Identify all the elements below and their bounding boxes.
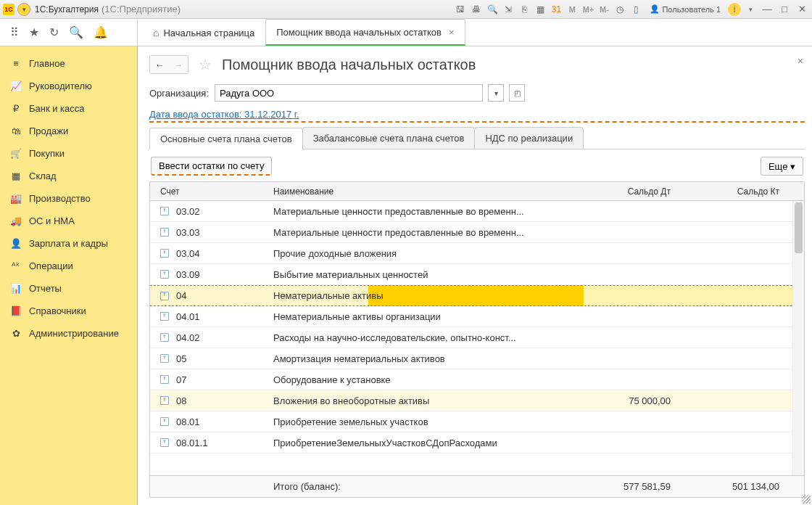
footer-debit: 577 581,59 — [564, 481, 684, 492]
clock-icon[interactable]: ◷ — [613, 3, 626, 16]
table-row[interactable]: ᵀ03.03Материальные ценности предоставлен… — [150, 222, 792, 243]
table-row[interactable]: ᵀ04Нематериальные активы — [150, 285, 792, 306]
close-page-button[interactable]: × — [798, 55, 803, 67]
sidebar-label: Продажи — [29, 126, 68, 136]
row-account: 04.01 — [176, 311, 266, 322]
org-dropdown[interactable]: ▾ — [488, 84, 504, 102]
save-icon[interactable]: 🖫 — [454, 3, 467, 16]
resize-handle[interactable] — [802, 495, 811, 504]
sidebar-item-9[interactable]: ᴬᵏОперации — [0, 255, 137, 277]
tab-close-icon[interactable]: × — [449, 27, 455, 38]
table-row[interactable]: ᵀ03.02Материальные ценности предоставлен… — [150, 201, 792, 222]
sidebar-item-6[interactable]: 🏭Производство — [0, 187, 137, 210]
row-name: ПриобретениеЗемельныхУчастковСДопРасхода… — [266, 438, 564, 448]
apps-icon[interactable]: ⠿ — [10, 25, 19, 39]
date-link[interactable]: Дата ввода остатков: 31.12.2017 г. — [149, 109, 805, 123]
table-row[interactable]: ᵀ04.01Нематериальные активы организации — [150, 306, 792, 327]
row-account: 05 — [176, 353, 266, 364]
row-account: 08.01.1 — [176, 438, 266, 448]
scrollbar[interactable] — [792, 201, 804, 475]
quick-tools: ⠿ ★ ↻ 🔍 🔔 — [0, 19, 138, 46]
sidebar-icon: 👤 — [10, 238, 22, 249]
tab-home[interactable]: ⌂ Начальная страница — [142, 19, 265, 46]
tab-assistant[interactable]: Помощник ввода начальных остатков × — [265, 19, 465, 46]
org-open[interactable]: ◰ — [509, 84, 525, 102]
row-account: 04.02 — [176, 332, 266, 343]
copy-icon[interactable]: ⎘ — [518, 3, 531, 16]
history-icon[interactable]: ↻ — [49, 25, 59, 39]
col-name[interactable]: Наименование — [266, 186, 564, 197]
sidebar-item-1[interactable]: 📈Руководителю — [0, 75, 137, 97]
favorite-icon[interactable]: ★ — [29, 25, 39, 39]
user-label[interactable]: 👤Пользователь 1 — [650, 4, 721, 14]
preview-icon[interactable]: 🔍 — [486, 3, 499, 16]
sidebar-item-10[interactable]: 📊Отчеты — [0, 277, 137, 300]
sidebar-icon: 🏭 — [10, 193, 22, 204]
sidebar-item-8[interactable]: 👤Зарплата и кадры — [0, 232, 137, 255]
footer-label: Итого (баланс): — [266, 481, 564, 492]
date-icon[interactable]: 31 — [550, 3, 563, 16]
col-debit[interactable]: Сальдо Дт — [564, 186, 684, 197]
page-title: Помощник ввода начальных остатков — [222, 57, 476, 73]
main-tabs: ⌂ Начальная страница Помощник ввода нача… — [138, 19, 812, 46]
more-button[interactable]: Еще ▾ — [761, 157, 803, 176]
notifications-icon[interactable]: 🔔 — [94, 25, 108, 39]
enter-balances-button[interactable]: Ввести остатки по счету — [151, 157, 272, 176]
sidebar-item-7[interactable]: 🚚ОС и НМА — [0, 210, 137, 232]
sidebar-item-0[interactable]: ≡Главное — [0, 52, 137, 75]
sub-tab-offbalance[interactable]: Забалансовые счета плана счетов — [302, 127, 476, 149]
sub-tab-vat[interactable]: НДС по реализации — [474, 127, 584, 149]
app-menu-dropdown[interactable]: ▾ — [17, 3, 30, 16]
sidebar-item-12[interactable]: ✿Администрирование — [0, 322, 137, 345]
table-row[interactable]: ᵀ05Амортизация нематериальных активов — [150, 348, 792, 369]
row-name: Амортизация нематериальных активов — [266, 353, 564, 364]
calendar-icon[interactable]: ▦ — [534, 3, 547, 16]
favorite-star[interactable]: ☆ — [199, 56, 212, 73]
compare-icon[interactable]: ⇲ — [502, 3, 515, 16]
search-icon[interactable]: 🔍 — [69, 25, 83, 39]
table-row[interactable]: ᵀ07Оборудование к установке — [150, 369, 792, 390]
table-row[interactable]: ᵀ03.09Выбытие материальных ценностей — [150, 264, 792, 285]
row-icon: ᵀ — [160, 396, 169, 405]
col-credit[interactable]: Сальдо Кт — [684, 186, 792, 197]
table-row[interactable]: ᵀ04.02Расходы на научно-исследовательски… — [150, 327, 792, 348]
sidebar-label: Покупки — [29, 148, 65, 159]
org-input[interactable] — [215, 84, 483, 102]
memory-mplus[interactable]: M+ — [581, 3, 594, 16]
sidebar-icon: 📕 — [10, 305, 22, 316]
sub-tab-main[interactable]: Основные счета плана счетов — [149, 128, 303, 149]
memory-m[interactable]: M — [566, 3, 579, 16]
minimize-button[interactable]: — — [760, 4, 774, 15]
close-button[interactable]: ✕ — [795, 4, 809, 15]
table-row[interactable]: ᵀ08Вложения во внеоборотные активы75 000… — [150, 390, 792, 411]
sidebar-item-4[interactable]: 🛒Покупки — [0, 142, 137, 165]
memory-mminus[interactable]: M- — [597, 3, 610, 16]
table-row[interactable]: ᵀ08.01Приобретение земельных участков — [150, 411, 792, 432]
accounts-table: Счет Наименование Сальдо Дт Сальдо Кт ᵀ0… — [149, 181, 805, 498]
nav-forward[interactable]: → — [169, 56, 188, 73]
col-account[interactable]: Счет — [150, 186, 266, 197]
info-dropdown[interactable]: ▾ — [744, 3, 757, 16]
sidebar-item-11[interactable]: 📕Справочники — [0, 300, 137, 322]
table-row[interactable]: ᵀ03.04Прочие доходные вложения — [150, 243, 792, 264]
maximize-button[interactable]: □ — [777, 4, 792, 15]
table-row[interactable]: ᵀ08.01.1ПриобретениеЗемельныхУчастковСДо… — [150, 432, 792, 453]
sidebar-item-3[interactable]: 🛍Продажи — [0, 120, 137, 142]
sidebar-item-5[interactable]: ▦Склад — [0, 165, 137, 187]
row-account: 03.02 — [176, 206, 266, 217]
sidebar-icon: 🚚 — [10, 215, 22, 226]
nav-back[interactable]: ← — [150, 56, 169, 73]
row-account: 03.09 — [176, 269, 266, 280]
app-icon: 1C — [3, 4, 14, 15]
sidebar-item-2[interactable]: ₽Банк и касса — [0, 97, 137, 120]
row-account: 08 — [176, 395, 266, 406]
row-icon: ᵀ — [160, 312, 169, 321]
table-footer: Итого (баланс): 577 581,59 501 134,00 — [150, 475, 804, 497]
print-icon[interactable]: 🖶 — [470, 3, 483, 16]
top-row: ⠿ ★ ↻ 🔍 🔔 ⌂ Начальная страница Помощник … — [0, 19, 812, 46]
panel-icon[interactable]: ▯ — [629, 3, 642, 16]
scroll-thumb[interactable] — [795, 202, 803, 253]
info-icon[interactable]: i — [728, 3, 741, 16]
sidebar-icon: ᴬᵏ — [10, 260, 22, 271]
row-name: Нематериальные активы организации — [266, 311, 564, 322]
